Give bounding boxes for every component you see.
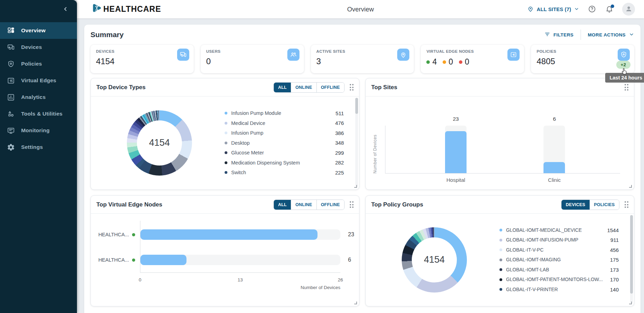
tab-online[interactable]: ONLINE bbox=[291, 200, 316, 210]
summary-section: Summary FILTERS MORE ACTIONS DEVICES4154… bbox=[84, 25, 641, 313]
resize-handle[interactable] bbox=[354, 185, 357, 188]
hbar-value-label: 6 bbox=[348, 255, 351, 265]
legend-item[interactable]: Medication Dispensing System282 bbox=[225, 158, 344, 168]
legend-dot bbox=[225, 132, 227, 134]
legend-item[interactable]: GLOBAL-IOMT-IMAGING175 bbox=[499, 255, 619, 265]
legend-item[interactable]: GLOBAL-IOMT-MEDICAL_DEVICE1544 bbox=[499, 225, 619, 235]
users-icon bbox=[287, 49, 299, 61]
legend-item[interactable]: Glucose Meter299 bbox=[225, 148, 344, 158]
legend-dot bbox=[499, 259, 502, 261]
legend-dot bbox=[499, 229, 502, 231]
online-status-dot bbox=[132, 259, 135, 262]
legend-item[interactable]: GLOBAL-IOMT-PATIENT-MONITORS-LOW...170 bbox=[499, 274, 619, 285]
help-button[interactable] bbox=[588, 5, 597, 14]
tab-all[interactable]: ALL bbox=[274, 83, 291, 92]
resize-handle[interactable] bbox=[629, 302, 632, 304]
tools-icon bbox=[7, 110, 15, 118]
drag-handle-icon[interactable] bbox=[350, 201, 354, 208]
sidebar-item-policies[interactable]: Policies bbox=[0, 56, 77, 72]
hbar-label-text: HEALTHCA... bbox=[98, 257, 129, 263]
sidebar-item-monitoring[interactable]: Monitoring bbox=[0, 122, 77, 139]
virtual-edge-bar-chart: Number of Devices HEALTHCA...23HEALTHCA.… bbox=[91, 214, 359, 306]
x-axis-tick: 26 bbox=[338, 277, 343, 282]
bar-clinic[interactable]: 6Clinic bbox=[543, 126, 565, 173]
legend-item[interactable]: GLOBAL-IOMT-LAB173 bbox=[499, 265, 619, 275]
legend-value: 225 bbox=[330, 170, 344, 176]
device-types-donut-chart[interactable]: 4154 bbox=[127, 110, 192, 176]
legend-dot bbox=[225, 122, 227, 125]
legend-value: 456 bbox=[605, 247, 619, 253]
drag-handle-icon[interactable] bbox=[350, 84, 354, 91]
virtual-edges-icon bbox=[7, 77, 15, 85]
monitoring-icon bbox=[7, 127, 15, 135]
tab-offline[interactable]: OFFLINE bbox=[316, 83, 344, 92]
scrollbar-thumb[interactable] bbox=[355, 98, 358, 114]
status-dot bbox=[426, 60, 430, 64]
legend-label: Infusion Pump bbox=[231, 130, 263, 136]
sites-bar-chart: Number of Devices 23Hospital6Clinic bbox=[366, 96, 634, 189]
panel-top-virtual-edge-nodes: Top Virtual Edge Nodes ALLONLINEOFFLINE … bbox=[90, 195, 359, 306]
hbar-value-label: 23 bbox=[348, 229, 354, 240]
sidebar-item-devices[interactable]: Devices bbox=[0, 39, 77, 56]
legend-label: Glucose Meter bbox=[231, 150, 264, 155]
legend-item[interactable]: Infusion Pump Module511 bbox=[225, 108, 344, 118]
sidebar-item-overview[interactable]: Overview bbox=[0, 22, 77, 39]
location-pin-icon bbox=[527, 6, 534, 13]
tab-offline[interactable]: OFFLINE bbox=[316, 200, 344, 210]
legend-dot bbox=[499, 288, 502, 291]
legend-item[interactable]: GLOBAL-IOMT-INFUSION-PUMP911 bbox=[499, 235, 619, 245]
chevron-down-icon bbox=[574, 6, 579, 12]
sidebar-item-virtual-edges[interactable]: Virtual Edges bbox=[0, 72, 77, 89]
drag-handle-icon[interactable] bbox=[625, 84, 629, 91]
legend-value: 386 bbox=[330, 130, 344, 136]
legend-dot bbox=[225, 112, 227, 115]
more-actions-button[interactable]: MORE ACTIONS bbox=[588, 32, 634, 38]
tab-policies[interactable]: POLICIES bbox=[590, 200, 619, 210]
legend-dot bbox=[499, 239, 502, 242]
app-header: HEALTHCARE Overview ALL SITES (7) bbox=[77, 0, 644, 18]
panel-top-device-types: Top Device Types ALLONLINEOFFLINE 4154 I… bbox=[90, 78, 359, 190]
sidebar-collapse-button[interactable] bbox=[62, 6, 69, 13]
resize-handle[interactable] bbox=[354, 302, 357, 304]
legend-dot bbox=[225, 142, 227, 144]
sidebar: OverviewDevicesPoliciesVirtual EdgesAnal… bbox=[0, 0, 77, 313]
legend-item[interactable]: GLOBAL-IT-V-PC456 bbox=[499, 245, 619, 255]
tab-devices[interactable]: DEVICES bbox=[562, 200, 589, 210]
drag-handle-icon[interactable] bbox=[625, 201, 629, 208]
bar-hospital[interactable]: 23Hospital bbox=[445, 126, 467, 173]
hbar-fill[interactable] bbox=[140, 255, 186, 265]
legend-label: Switch bbox=[231, 170, 246, 175]
filters-button[interactable]: FILTERS bbox=[544, 31, 574, 39]
status-count: 0 bbox=[459, 57, 469, 67]
legend-item[interactable]: Desktop348 bbox=[225, 138, 344, 148]
policy-groups-donut-chart[interactable]: 4154 bbox=[402, 227, 467, 293]
hbar-fill[interactable] bbox=[140, 229, 317, 240]
legend-label: GLOBAL-IOMT-MEDICAL_DEVICE bbox=[506, 228, 582, 233]
help-icon bbox=[588, 9, 596, 14]
legend-item[interactable]: Infusion Pump386 bbox=[225, 128, 344, 138]
resize-handle[interactable] bbox=[629, 185, 632, 188]
device-types-tabs: ALLONLINEOFFLINE bbox=[273, 82, 344, 93]
notifications-button[interactable] bbox=[605, 5, 614, 14]
panel-top-policy-groups: Top Policy Groups DEVICESPOLICIES 4154 G… bbox=[365, 195, 634, 306]
sidebar-item-tools-utilities[interactable]: Tools & Utilities bbox=[0, 105, 77, 122]
x-axis-label: Number of Devices bbox=[140, 285, 340, 290]
sidebar-item-analytics[interactable]: Analytics bbox=[0, 89, 77, 105]
scrollbar[interactable] bbox=[630, 215, 633, 303]
scrollbar[interactable] bbox=[355, 98, 358, 187]
logo-text: HEALTHCARE bbox=[103, 5, 161, 14]
legend-label: GLOBAL-IT-V-PRINTER bbox=[506, 287, 558, 292]
sidebar-item-label: Overview bbox=[21, 27, 46, 34]
panel-title: Top Policy Groups bbox=[371, 201, 423, 208]
tab-all[interactable]: ALL bbox=[274, 200, 291, 210]
legend-item[interactable]: Medical Device476 bbox=[225, 118, 344, 128]
scrollbar-thumb[interactable] bbox=[630, 215, 633, 294]
site-selector[interactable]: ALL SITES (7) bbox=[527, 6, 579, 13]
legend-item[interactable]: Switch225 bbox=[225, 168, 344, 178]
legend-item[interactable]: GLOBAL-IT-V-PRINTER140 bbox=[499, 285, 619, 295]
user-avatar[interactable] bbox=[622, 3, 635, 16]
sidebar-item-settings[interactable]: Settings bbox=[0, 139, 77, 155]
tab-online[interactable]: ONLINE bbox=[291, 83, 316, 92]
policies-icon bbox=[7, 60, 15, 68]
virtual-edge-icon bbox=[507, 49, 520, 61]
